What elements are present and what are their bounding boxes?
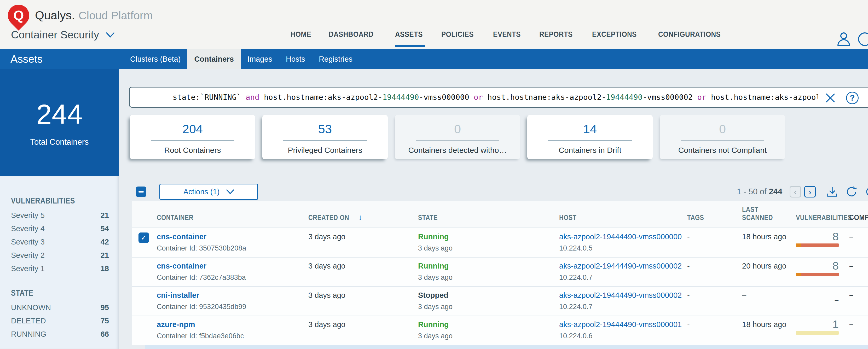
created-on-cell: 3 days ago — [308, 232, 418, 257]
tab-item[interactable]: Hosts — [279, 49, 312, 69]
next-page-button[interactable]: › — [804, 186, 816, 197]
chevron-down-icon — [226, 189, 234, 194]
host-link[interactable]: aks-azpool2-19444490-vmss000001 — [559, 320, 687, 329]
pagination: 1 - 50 of 244 ‹ › — [737, 186, 868, 198]
created-on-cell: 3 days ago — [308, 291, 418, 316]
col-created-on[interactable]: CREATED ON↓ — [308, 213, 418, 222]
created-on-cell: 3 days ago — [308, 320, 418, 345]
search-help-icon[interactable]: ? — [846, 92, 859, 104]
col-container[interactable]: CONTAINER — [157, 214, 308, 222]
host-link[interactable]: aks-azpool2-19444490-vmss000000 — [559, 232, 687, 241]
filter-section: VULNERABILITIES Severity 521Severity 454… — [0, 196, 119, 275]
stat-card-label: Containers in Drift — [559, 146, 621, 155]
nav-item[interactable]: ASSETS — [395, 30, 427, 39]
vulnerabilities-cell[interactable]: – — [796, 289, 839, 316]
select-all-checkbox[interactable] — [136, 187, 146, 197]
host-link[interactable]: aks-azpool2-19444490-vmss000002 — [559, 291, 687, 299]
container-name-link[interactable]: cns-container — [157, 262, 308, 271]
col-host[interactable]: HOST — [559, 214, 687, 222]
nav-item[interactable]: EXCEPTIONS — [592, 30, 644, 39]
tab-item[interactable]: Clusters (Beta) — [123, 49, 187, 69]
state-label: Running — [418, 320, 559, 329]
nav-item[interactable]: REPORTS — [539, 30, 578, 39]
table-row[interactable]: azure-npm Container Id: f5bdae3e06bc 3 d… — [132, 316, 868, 345]
filter-item[interactable]: Severity 221 — [0, 249, 119, 262]
filter-item-count: 42 — [101, 238, 109, 246]
product-selector[interactable]: Container Security — [11, 29, 115, 41]
brand-name: Qualys. — [35, 9, 75, 22]
col-tags[interactable]: TAGS — [687, 214, 742, 222]
query-input[interactable]: state:`RUNNING` and host.hostname:aks-az… — [136, 84, 818, 110]
prev-page-button[interactable]: ‹ — [789, 186, 801, 197]
filter-item[interactable]: UNKNOWN95 — [0, 301, 119, 314]
row-checkbox[interactable]: ✓ — [138, 232, 149, 243]
auto-refresh-icon[interactable] — [865, 186, 868, 198]
nav-item[interactable]: HOME — [290, 30, 315, 39]
filter-item[interactable]: DELETED75 — [0, 314, 119, 327]
vulnerabilities-cell[interactable]: 1 — [796, 318, 839, 345]
filter-section-heading: STATE — [11, 288, 119, 298]
col-state[interactable]: STATE — [418, 214, 559, 222]
tags-cell: - — [687, 262, 742, 286]
stat-card[interactable]: 0 Containers detected witho… — [395, 115, 520, 159]
clear-search-icon[interactable] — [825, 92, 836, 104]
page-title: Assets — [10, 53, 42, 65]
refresh-icon[interactable] — [845, 186, 858, 198]
stat-card[interactable]: 53 Privileged Containers — [262, 115, 388, 159]
nav-item[interactable]: POLICIES — [441, 30, 479, 39]
chevron-down-icon — [106, 32, 115, 38]
host-link[interactable]: aks-azpool2-19444490-vmss000002 — [559, 262, 687, 271]
tab-item[interactable]: Registries — [312, 49, 359, 69]
tab-item[interactable]: Images — [241, 49, 279, 69]
container-name-link[interactable]: azure-npm — [157, 320, 308, 329]
table-row[interactable]: cni-installer Container Id: 95320435db99… — [132, 287, 868, 316]
filter-item[interactable]: Severity 454 — [0, 222, 119, 235]
nav-item[interactable]: DASHBOARD — [329, 30, 381, 39]
col-vulnerabilities[interactable]: VULNERABILITIES — [796, 214, 839, 222]
table-row[interactable]: ✓ cns-container Container Id: 3507530b20… — [132, 228, 868, 258]
tab-item[interactable]: Containers — [187, 49, 240, 69]
actions-button[interactable]: Actions (1) — [159, 184, 258, 200]
stat-card-value: 53 — [318, 122, 332, 136]
vulnerabilities-cell[interactable]: 8 — [796, 260, 839, 286]
table-row[interactable]: cns-container Container Id: 7362c7a383ba… — [132, 258, 868, 287]
stat-card[interactable]: 204 Root Containers — [130, 115, 255, 159]
vuln-count: 1 — [833, 318, 839, 330]
filter-item-count: 21 — [101, 251, 109, 260]
host-ip: 10.224.0.7 — [559, 274, 687, 282]
filter-item[interactable]: RUNNING66 — [0, 327, 119, 341]
filter-item-label: RUNNING — [11, 330, 46, 339]
sort-desc-icon[interactable]: ↓ — [359, 213, 363, 222]
stat-card[interactable]: 0 Containers not Compliant — [660, 115, 785, 159]
filter-item[interactable]: Severity 342 — [0, 235, 119, 249]
user-icon[interactable] — [837, 32, 851, 46]
stat-card-value: 0 — [719, 122, 726, 136]
product-name: Container Security — [11, 29, 99, 41]
download-icon[interactable] — [826, 186, 838, 198]
help-menu-icon[interactable] — [858, 32, 868, 46]
filter-section-heading: VULNERABILITIES — [11, 196, 119, 205]
state-label: Stopped — [418, 291, 559, 299]
qualys-logo: Q Qualys. Cloud Platform — [8, 5, 153, 26]
stat-card-divider — [416, 140, 499, 141]
nav-item[interactable]: EVENTS — [493, 30, 525, 39]
filter-item[interactable]: Severity 521 — [0, 209, 119, 222]
total-containers-label: Total Containers — [30, 137, 89, 147]
stat-card[interactable]: 14 Containers in Drift — [527, 115, 653, 159]
col-last-scanned[interactable]: LAST SCANNED — [742, 205, 796, 222]
filter-item-count: 95 — [101, 303, 109, 312]
container-name-link[interactable]: cns-container — [157, 232, 308, 241]
indeterminate-mark — [138, 191, 144, 193]
vulnerabilities-cell[interactable]: 8 — [796, 230, 839, 257]
assets-bar: Assets Clusters (Beta) Containers Images… — [0, 49, 868, 69]
qualys-pin-icon: Q — [3, 0, 34, 31]
stat-card-divider — [151, 140, 235, 141]
search-bar[interactable]: state:`RUNNING` and host.hostname:aks-az… — [129, 87, 868, 107]
compliance-cell: – — [839, 291, 868, 316]
last-scanned-cell: 18 hours ago — [742, 232, 796, 257]
container-name-link[interactable]: cni-installer — [157, 291, 308, 299]
stat-card-label: Privileged Containers — [288, 146, 362, 155]
nav-item[interactable]: CONFIGURATIONS — [658, 30, 731, 39]
vuln-severity-bar — [796, 331, 839, 335]
filter-item[interactable]: Severity 118 — [0, 262, 119, 275]
